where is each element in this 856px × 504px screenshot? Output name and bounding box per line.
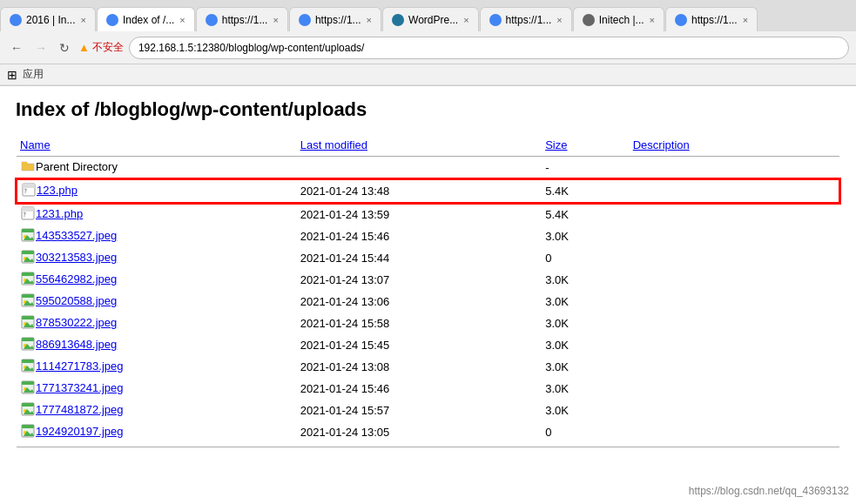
file-desc-cell <box>630 421 839 443</box>
file-desc-cell <box>630 157 839 179</box>
file-modified-cell: 2021-01-24 13:06 <box>297 291 542 312</box>
sort-size-link[interactable]: Size <box>545 138 567 151</box>
page-title: Index of /blogblog/wp-content/uploads <box>16 98 840 121</box>
file-size-cell: - <box>542 157 630 179</box>
bookmarks-label: 应用 <box>23 67 44 82</box>
file-modified-cell: 2021-01-24 13:08 <box>297 356 542 378</box>
file-link[interactable]: 303213583.jpeg <box>36 251 117 264</box>
file-link[interactable]: 1924920197.jpeg <box>36 425 124 438</box>
file-name-cell: 595020588.jpeg <box>17 291 297 312</box>
file-name-cell: 1771373241.jpeg <box>17 378 297 400</box>
tab-close-button[interactable]: × <box>743 15 748 25</box>
file-desc-cell <box>630 291 839 312</box>
tab-close-button[interactable]: × <box>556 15 562 25</box>
table-header-row: Name Last modified Size Description <box>17 137 839 157</box>
table-row: 303213583.jpeg2021-01-24 15:440 <box>17 247 839 269</box>
file-size-cell: 5.4K <box>542 179 630 203</box>
warning-icon: ▲ <box>78 41 90 54</box>
reload-button[interactable]: ↻ <box>56 39 73 57</box>
table-row: ? 1231.php2021-01-24 13:595.4K <box>17 203 839 225</box>
table-row: 595020588.jpeg2021-01-24 13:063.0K <box>17 291 839 312</box>
browser-tab[interactable]: https://1...× <box>289 7 381 31</box>
file-modified-cell: 2021-01-24 15:58 <box>297 312 542 334</box>
tab-label: Index of /... <box>123 14 174 26</box>
file-modified-cell: 2021-01-24 15:57 <box>297 400 542 421</box>
tab-close-button[interactable]: × <box>81 15 86 25</box>
sort-modified-link[interactable]: Last modified <box>300 138 367 151</box>
file-desc-cell <box>630 334 839 356</box>
file-name-cell: ? 1231.php <box>17 203 297 225</box>
tab-favicon <box>392 14 404 26</box>
svg-rect-37 <box>22 381 34 385</box>
table-row: 556462982.jpeg2021-01-24 13:073.0K <box>17 269 839 291</box>
file-link[interactable]: 143533527.jpeg <box>36 229 117 242</box>
file-icon <box>20 363 36 376</box>
table-row: ? 123.php2021-01-24 13:485.4K <box>17 179 839 203</box>
tab-close-button[interactable]: × <box>273 15 278 25</box>
file-link[interactable]: 1114271783.jpeg <box>36 360 124 373</box>
file-size-cell: 0 <box>542 421 630 443</box>
svg-rect-4 <box>23 184 35 188</box>
svg-rect-41 <box>22 403 34 407</box>
file-icon <box>20 428 36 441</box>
tab-close-button[interactable]: × <box>463 15 468 25</box>
file-name-cell: 878530222.jpeg <box>17 312 297 334</box>
file-icon <box>20 319 36 333</box>
tab-favicon <box>206 14 218 26</box>
file-link[interactable]: 595020588.jpeg <box>36 294 117 307</box>
file-desc-cell <box>630 225 839 247</box>
tab-label: https://1... <box>506 14 552 26</box>
svg-rect-7 <box>22 207 34 212</box>
file-modified-cell: 2021-01-24 13:59 <box>297 203 542 225</box>
file-link[interactable]: 123.php <box>37 184 78 197</box>
browser-tab[interactable]: 2016 | In...× <box>0 7 96 31</box>
file-size-cell: 3.0K <box>542 269 630 291</box>
svg-rect-13 <box>22 251 34 254</box>
browser-tab[interactable]: Initech |...× <box>573 7 664 31</box>
file-name-cell: 143533527.jpeg <box>17 225 297 247</box>
browser-tab[interactable]: https://1...× <box>665 7 758 31</box>
file-desc-cell <box>630 179 839 203</box>
tab-close-button[interactable]: × <box>179 15 185 25</box>
file-link[interactable]: 1777481872.jpeg <box>36 403 124 416</box>
address-bar[interactable] <box>129 37 849 59</box>
sort-name-link[interactable]: Name <box>20 138 51 151</box>
file-link[interactable]: 1231.php <box>36 207 83 220</box>
tab-close-button[interactable]: × <box>650 15 655 25</box>
file-name-cell: 556462982.jpeg <box>17 269 297 291</box>
file-desc-cell <box>630 312 839 334</box>
browser-chrome: 2016 | In...×Index of /...×https://1...×… <box>0 0 856 86</box>
file-link[interactable]: 1771373241.jpeg <box>36 381 124 394</box>
back-button[interactable]: ← <box>7 39 26 57</box>
apps-icon: ⊞ <box>7 68 17 82</box>
file-link[interactable]: 878530222.jpeg <box>36 316 117 329</box>
security-indicator: ▲ 不安全 <box>78 40 124 55</box>
browser-tab[interactable]: https://1...× <box>196 7 288 31</box>
tab-favicon <box>583 14 595 26</box>
security-text: 不安全 <box>92 40 124 55</box>
table-row: 886913648.jpeg2021-01-24 15:453.0K <box>17 334 839 356</box>
tab-favicon <box>10 14 22 26</box>
file-desc-cell <box>630 378 839 400</box>
file-link[interactable]: 556462982.jpeg <box>36 272 117 286</box>
tab-label: 2016 | In... <box>26 14 76 26</box>
svg-rect-21 <box>22 294 34 298</box>
table-row: 1114271783.jpeg2021-01-24 13:083.0K <box>17 356 839 378</box>
browser-tab[interactable]: https://1...× <box>480 7 572 31</box>
browser-tab[interactable]: Index of /...× <box>97 7 195 31</box>
file-icon <box>20 254 36 267</box>
tab-close-button[interactable]: × <box>367 15 372 25</box>
file-desc-cell <box>630 247 839 269</box>
file-link[interactable]: 886913648.jpeg <box>36 338 117 351</box>
forward-button[interactable]: → <box>31 39 51 57</box>
col-header-modified: Last modified <box>297 137 542 157</box>
sort-desc-link[interactable]: Description <box>633 138 690 151</box>
browser-tab[interactable]: WordPre...× <box>382 7 479 31</box>
tab-bar: 2016 | In...×Index of /...×https://1...×… <box>0 0 856 31</box>
svg-rect-33 <box>22 360 34 363</box>
file-size-cell: 3.0K <box>542 334 630 356</box>
file-modified-cell: 2021-01-24 15:44 <box>297 247 542 269</box>
table-row: Parent Directory- <box>17 157 839 179</box>
table-row: 143533527.jpeg2021-01-24 15:463.0K <box>17 225 839 247</box>
file-desc-cell <box>630 400 839 421</box>
